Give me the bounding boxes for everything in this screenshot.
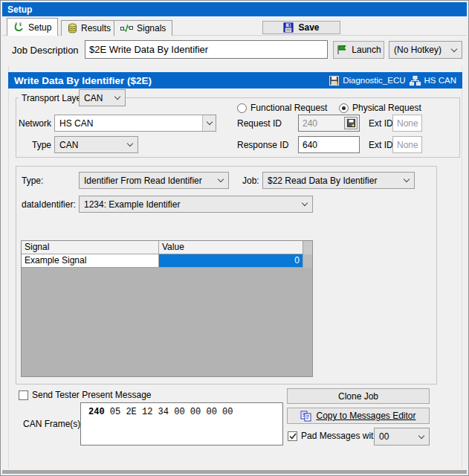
save-button[interactable]: Save [262,21,340,34]
hotkey-value: (No Hotkey) [394,45,441,55]
type-label: Type [19,140,51,150]
request-id-label: Request ID [237,118,282,129]
data-identifier-label: dataIdentifier: [22,199,76,210]
tab-signals-label: Signals [137,23,166,33]
chevron-down-icon [114,94,120,100]
network-name: HS CAN [424,76,456,85]
pad-messages-checkbox[interactable]: Pad Messages with [288,431,378,441]
physical-request-radio[interactable]: Physical Request [339,103,421,113]
can-frames-box[interactable]: 240 05 2E 12 34 00 00 00 00 [80,402,283,446]
checkbox-unchecked-icon [19,390,28,400]
chevron-down-icon [404,176,410,182]
section-title: Write Data By Identifier ($2E) [14,75,152,86]
hotkey-select[interactable]: (No Hotkey) [389,41,462,59]
data-identifier-value: 1234: Example Identifier [84,199,180,210]
clone-job-button[interactable]: Clone Job [287,388,430,404]
save-icon [283,22,294,33]
ext-id-label-request: Ext ID [369,118,393,129]
transport-layer-value: CAN [84,93,103,103]
setup-window: Setup Setup Results [0,0,469,476]
data-identifier-select[interactable]: 1234: Example Identifier [79,196,313,213]
tab-setup-label: Setup [28,22,51,33]
panel-left-edge [8,66,9,469]
checkbox-checked-icon [288,431,297,441]
pad-value: 00 [379,431,389,442]
job-select[interactable]: $22 Read Data By Identifier [262,172,415,189]
table-scroll-strip[interactable] [303,254,312,268]
transport-layer-label: Transport Layer [19,93,87,103]
response-id-label: Response ID [237,140,288,150]
save-button-label: Save [298,22,319,33]
frame-bytes: 05 2E 12 34 00 00 00 00 [105,407,233,417]
results-icon [68,23,77,33]
section-header: Write Data By Identifier ($2E) Diagnosti… [8,72,462,89]
identifier-type-select[interactable]: Identifier From Read Identifier [79,172,229,189]
window-title: Setup [7,4,32,15]
ecu-floppy-icon [329,76,339,86]
network-topology-icon [410,76,421,86]
transport-layer-select[interactable]: CAN [79,89,126,106]
ext-id-response-input[interactable] [392,136,422,153]
column-header-value[interactable]: Value [159,241,303,254]
request-id-field: 240 [298,115,360,132]
signal-name-cell[interactable]: Example Signal [22,254,159,268]
column-header-signal[interactable]: Signal [22,241,159,254]
pad-value-select[interactable]: 00 [374,428,430,446]
launch-button-label: Launch [352,45,381,55]
can-frames-label: CAN Frame(s) [23,419,80,429]
tester-present-checkbox[interactable]: Send Tester Present Message [19,390,152,400]
ecu-name: Diagnostic_ECU [343,76,405,85]
chevron-down-icon [127,141,133,147]
job-select-label: Job: [242,176,259,186]
setup-icon [13,22,25,33]
type-value: CAN [59,140,78,150]
tab-signals[interactable]: Signals [114,20,172,36]
chevron-down-icon [218,176,224,182]
job-description-label: Job Description [12,45,79,56]
launch-button[interactable]: Launch [333,41,384,59]
request-id-picker-button[interactable] [344,117,358,129]
tab-results[interactable]: Results [61,20,117,36]
network-select[interactable]: HS CAN [54,115,216,132]
pad-messages-label: Pad Messages with [301,431,378,441]
request-id-value: 240 [303,118,317,129]
tab-results-label: Results [81,23,111,33]
window-bottom-edge [2,470,467,474]
ext-id-label-response: Ext ID [369,140,393,150]
signal-table-header: Signal Value [22,241,312,254]
tester-present-label: Send Tester Present Message [32,390,152,400]
copy-to-messages-editor-button[interactable]: Copy to Messages Editor [287,408,430,424]
frame-id: 240 [88,407,105,417]
identifier-type-value: Identifier From Read Identifier [84,176,202,186]
radio-selected-icon [339,103,349,113]
functional-request-radio[interactable]: Functional Request [237,103,327,113]
chevron-down-icon [418,432,424,438]
response-id-input[interactable] [298,136,360,153]
chevron-down-icon [451,45,457,51]
window-titlebar: Setup [2,2,467,16]
functional-request-label: Functional Request [250,103,327,113]
network-value: HS CAN [59,118,93,129]
radio-icon [237,103,247,113]
signal-value-cell[interactable]: 0 [159,254,303,268]
chevron-down-icon [302,200,308,206]
signals-icon [120,25,133,32]
ext-id-request-input[interactable] [392,115,422,132]
signal-table: Signal Value Example Signal 0 [21,240,313,377]
type-select[interactable]: CAN [54,136,138,153]
network-label: Network [19,118,51,129]
copy-to-messages-editor-label: Copy to Messages Editor [316,411,415,421]
copy-icon [300,411,311,422]
physical-request-label: Physical Request [352,103,421,113]
clone-job-label: Clone Job [338,391,378,402]
chevron-down-icon [202,115,216,131]
table-row[interactable]: Example Signal 0 [22,254,312,268]
identifier-type-label: Type: [22,176,43,186]
job-select-value: $22 Read Data By Identifier [268,176,377,186]
mini-floppy-icon [347,119,355,127]
panel-right-edge [462,66,462,469]
job-description-input[interactable] [85,40,328,59]
tab-setup[interactable]: Setup [7,18,58,36]
table-corner [303,241,312,254]
launch-flag-icon [336,45,347,55]
